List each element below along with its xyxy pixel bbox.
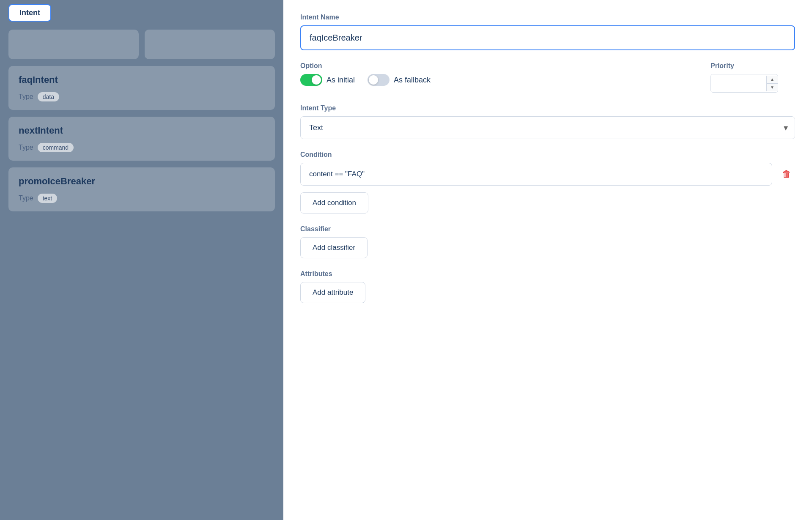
intent-name-label: Intent Name — [300, 14, 795, 21]
as-fallback-label: As fallback — [394, 76, 431, 85]
classifier-label: Classifier — [300, 225, 795, 233]
toggle-knob-initial — [312, 75, 321, 85]
type-row: Type data — [19, 92, 265, 101]
toggles-row: As initial As fallback — [300, 74, 710, 86]
type-row: Type text — [19, 194, 265, 203]
add-classifier-button[interactable]: Add classifier — [300, 237, 368, 258]
condition-section: Condition 🗑 Add condition — [300, 151, 795, 213]
priority-label: Priority — [710, 62, 795, 70]
intent-list: faqIntent Type data nextIntent Type comm… — [0, 25, 283, 216]
type-badge: text — [38, 194, 58, 203]
partial-card-1 — [8, 30, 139, 59]
left-header: Intent — [0, 0, 283, 25]
attributes-label: Attributes — [300, 270, 795, 278]
card-title: promoIceBreaker — [19, 176, 265, 187]
type-label: Type — [19, 93, 33, 101]
left-panel: Intent faqIntent Type data nextIntent Ty… — [0, 0, 283, 520]
condition-row: 🗑 — [300, 163, 795, 186]
priority-input[interactable] — [711, 74, 766, 92]
intent-type-select[interactable]: Text Command Data Event — [301, 117, 795, 139]
option-label: Option — [300, 62, 710, 70]
add-attribute-button[interactable]: Add attribute — [300, 282, 365, 303]
attributes-section: Attributes Add attribute — [300, 270, 795, 303]
partial-card-2 — [145, 30, 275, 59]
option-section: Option As initial As fallback — [300, 62, 710, 86]
as-initial-label: As initial — [326, 76, 355, 85]
delete-condition-button[interactable]: 🗑 — [778, 166, 795, 183]
intent-name-input[interactable] — [300, 25, 795, 50]
type-label: Type — [19, 194, 33, 202]
partial-cards-top — [8, 30, 275, 59]
condition-input[interactable] — [300, 163, 772, 186]
card-title: faqIntent — [19, 74, 265, 85]
priority-up-button[interactable]: ▲ — [767, 76, 778, 84]
intent-type-select-wrap: Text Command Data Event ▾ — [300, 116, 795, 139]
as-fallback-group: As fallback — [368, 74, 431, 86]
intent-tab[interactable]: Intent — [8, 4, 51, 22]
list-item[interactable]: promoIceBreaker Type text — [8, 167, 275, 211]
type-row: Type command — [19, 143, 265, 152]
option-priority-row: Option As initial As fallback — [300, 62, 795, 93]
as-initial-group: As initial — [300, 74, 355, 86]
as-initial-toggle[interactable] — [300, 74, 322, 86]
classifier-section: Classifier Add classifier — [300, 225, 795, 258]
priority-down-button[interactable]: ▼ — [767, 84, 778, 91]
add-condition-button[interactable]: Add condition — [300, 192, 368, 213]
type-badge: command — [38, 143, 74, 152]
list-item[interactable]: nextIntent Type command — [8, 117, 275, 161]
list-item[interactable]: faqIntent Type data — [8, 66, 275, 110]
type-badge: data — [38, 92, 59, 101]
right-panel: Intent Name Option As initial As fall — [283, 0, 812, 520]
intent-type-section: Intent Type Text Command Data Event ▾ — [300, 104, 795, 139]
intent-type-label: Intent Type — [300, 104, 795, 112]
toggle-knob-fallback — [369, 75, 378, 85]
card-title: nextIntent — [19, 125, 265, 136]
priority-input-wrap: ▲ ▼ — [710, 74, 778, 93]
condition-label: Condition — [300, 151, 795, 159]
priority-spinners: ▲ ▼ — [766, 76, 778, 91]
type-label: Type — [19, 144, 33, 151]
priority-section: Priority ▲ ▼ — [710, 62, 795, 93]
trash-icon: 🗑 — [782, 169, 791, 180]
as-fallback-toggle[interactable] — [368, 74, 390, 86]
